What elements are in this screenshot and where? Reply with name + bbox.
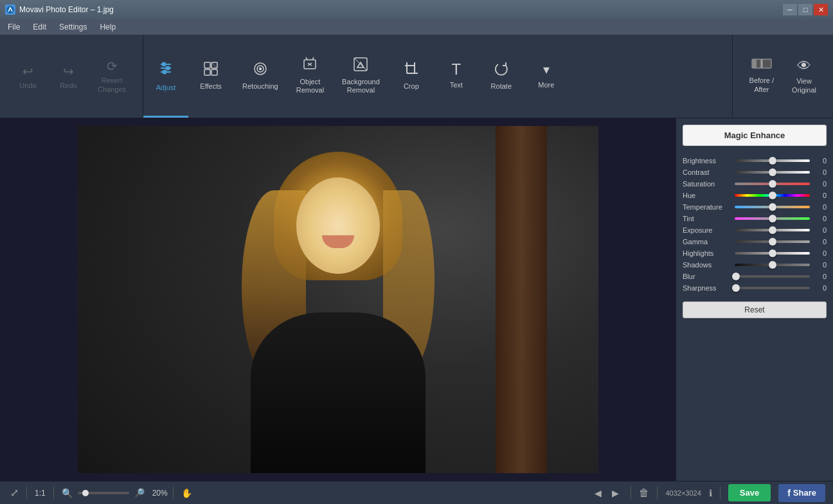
adjust-icon <box>157 59 174 80</box>
zoom-controls: 🔍 🔎 <box>59 487 147 500</box>
highlights-row: Highlights 0 <box>683 248 827 259</box>
hand-tool-button[interactable]: ✋ <box>179 487 195 500</box>
tint-slider[interactable] <box>735 217 810 220</box>
minimize-button[interactable]: ─ <box>783 4 797 15</box>
svg-rect-29 <box>752 59 757 68</box>
menu-help[interactable]: Help <box>94 21 121 33</box>
adjust-label: Adjust <box>156 84 176 91</box>
text-icon: T <box>451 62 461 77</box>
exposure-slider[interactable] <box>735 229 810 231</box>
before-after-button[interactable]: Before /After <box>743 53 781 98</box>
svg-line-21 <box>354 58 367 71</box>
zoom-slider[interactable] <box>78 492 129 494</box>
blur-row: Blur 0 <box>683 271 827 282</box>
toolbar-view: Before /After 👁 ViewOriginal <box>732 35 833 118</box>
tool-text[interactable]: T Text <box>434 35 479 118</box>
temperature-label: Temperature <box>683 203 731 211</box>
view-original-button[interactable]: 👁 ViewOriginal <box>785 53 823 99</box>
tool-effects[interactable]: Effects <box>188 35 233 118</box>
zoom-in-button[interactable]: 🔎 <box>132 487 147 499</box>
svg-point-2 <box>163 63 166 66</box>
highlights-value: 0 <box>814 249 827 257</box>
share-button[interactable]: f Share <box>778 484 825 502</box>
blur-slider[interactable] <box>735 275 810 278</box>
tool-adjust[interactable]: Adjust <box>143 35 188 118</box>
exposure-label: Exposure <box>683 226 731 234</box>
more-icon: ▾ <box>543 62 550 77</box>
hue-label: Hue <box>683 192 731 199</box>
svg-rect-28 <box>762 59 771 68</box>
divider-6 <box>720 487 721 500</box>
photo-image <box>78 126 598 473</box>
statusbar-right: ◀ ▶ 🗑 4032×3024 ℹ Save f Share <box>591 484 825 502</box>
contrast-label: Contrast <box>683 168 731 176</box>
nav-buttons: ◀ ▶ <box>591 487 623 500</box>
highlights-slider[interactable] <box>735 252 810 255</box>
undo-button[interactable]: ↩ Undo <box>10 59 46 94</box>
revert-label: RevertChanges <box>98 76 126 93</box>
blur-value: 0 <box>814 273 827 280</box>
gamma-slider[interactable] <box>735 240 810 243</box>
next-image-button[interactable]: ▶ <box>608 487 623 500</box>
svg-point-6 <box>163 71 166 74</box>
shadows-value: 0 <box>814 261 827 269</box>
magic-enhance-button[interactable]: Magic Enhance <box>683 125 827 146</box>
facebook-icon: f <box>787 488 791 498</box>
delete-button[interactable]: 🗑 <box>639 487 649 499</box>
titlebar-left: Movavi Photo Editor – 1.jpg <box>5 4 114 15</box>
toolbar: ↩ Undo ↪ Redo ⟳ RevertChanges <box>0 35 833 118</box>
tool-object-removal[interactable]: ObjectRemoval <box>287 35 333 118</box>
tint-label: Tint <box>683 215 731 222</box>
fit-1-1-button[interactable]: 1:1 <box>32 487 48 499</box>
tint-row: Tint 0 <box>683 213 827 224</box>
brightness-value: 0 <box>814 157 827 165</box>
reset-button[interactable]: Reset <box>683 302 827 318</box>
canvas-area[interactable] <box>0 118 676 481</box>
toolbar-history: ↩ Undo ↪ Redo ⟳ RevertChanges <box>0 35 143 118</box>
text-label: Text <box>450 81 463 89</box>
svg-rect-26 <box>407 66 415 73</box>
tool-rotate[interactable]: Rotate <box>479 35 524 118</box>
tool-more[interactable]: ▾ More <box>524 35 569 118</box>
svg-rect-9 <box>204 69 210 75</box>
save-button[interactable]: Save <box>728 484 771 501</box>
zoom-out-button[interactable]: 🔍 <box>59 487 75 500</box>
info-button[interactable]: ℹ <box>709 488 712 498</box>
maximize-button[interactable]: □ <box>798 4 812 15</box>
hue-slider[interactable] <box>735 194 810 197</box>
zoom-thumb <box>82 490 89 496</box>
rotate-label: Rotate <box>491 82 512 90</box>
redo-button[interactable]: ↪ Redo <box>51 59 86 94</box>
share-label: Share <box>793 488 816 498</box>
brightness-label: Brightness <box>683 157 731 165</box>
background-removal-icon <box>352 56 369 74</box>
svg-point-14 <box>259 68 261 70</box>
more-label: More <box>538 81 554 89</box>
menu-settings[interactable]: Settings <box>54 21 92 33</box>
window-title: Movavi Photo Editor – 1.jpg <box>19 5 114 14</box>
tool-crop[interactable]: Crop <box>389 35 434 118</box>
tool-retouching[interactable]: Retouching <box>233 35 287 118</box>
expand-button[interactable]: ⤢ <box>8 485 21 500</box>
saturation-label: Saturation <box>683 180 731 188</box>
menu-file[interactable]: File <box>3 21 25 33</box>
photo-container <box>78 126 598 473</box>
highlights-label: Highlights <box>683 249 731 257</box>
temperature-slider[interactable] <box>735 206 810 208</box>
menu-edit[interactable]: Edit <box>28 21 51 33</box>
saturation-slider[interactable] <box>735 183 810 185</box>
sharpness-slider[interactable] <box>735 287 810 289</box>
contrast-row: Contrast 0 <box>683 166 827 178</box>
brightness-slider[interactable] <box>735 159 810 162</box>
object-removal-label: ObjectRemoval <box>296 78 324 94</box>
contrast-slider[interactable] <box>735 171 810 174</box>
tool-background-removal[interactable]: BackgroundRemoval <box>333 35 389 118</box>
svg-rect-10 <box>211 69 217 75</box>
retouching-icon <box>252 60 269 78</box>
revert-button[interactable]: ⟳ RevertChanges <box>91 53 132 98</box>
close-button[interactable]: ✕ <box>814 4 828 15</box>
redo-icon: ↪ <box>63 64 74 79</box>
divider-2 <box>53 487 54 500</box>
prev-image-button[interactable]: ◀ <box>591 487 605 500</box>
shadows-slider[interactable] <box>735 264 810 266</box>
